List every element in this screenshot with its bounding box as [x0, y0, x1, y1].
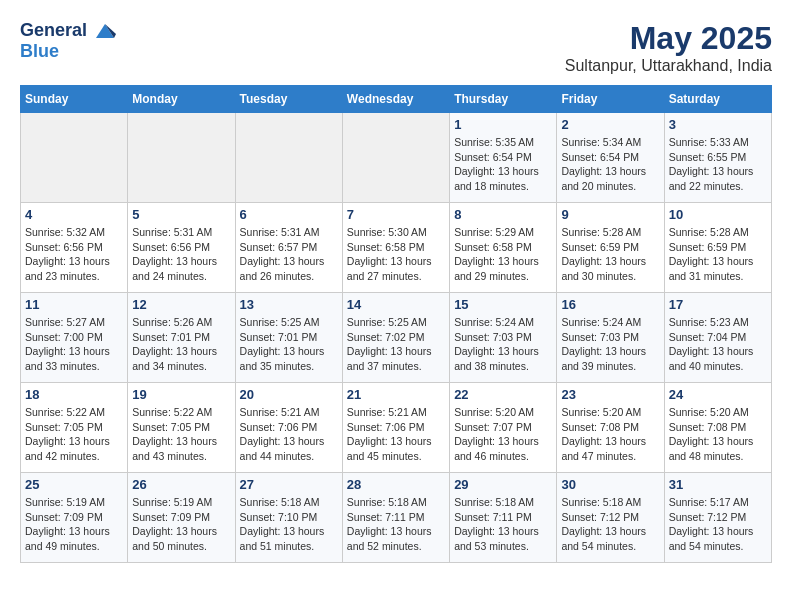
calendar-cell: 2Sunrise: 5:34 AM Sunset: 6:54 PM Daylig…	[557, 113, 664, 203]
calendar-cell: 3Sunrise: 5:33 AM Sunset: 6:55 PM Daylig…	[664, 113, 771, 203]
day-number: 20	[240, 387, 338, 402]
calendar-cell: 29Sunrise: 5:18 AM Sunset: 7:11 PM Dayli…	[450, 473, 557, 563]
day-number: 3	[669, 117, 767, 132]
day-info: Sunrise: 5:18 AM Sunset: 7:10 PM Dayligh…	[240, 495, 338, 554]
day-info: Sunrise: 5:19 AM Sunset: 7:09 PM Dayligh…	[132, 495, 230, 554]
logo: General Blue	[20, 20, 116, 62]
day-info: Sunrise: 5:20 AM Sunset: 7:07 PM Dayligh…	[454, 405, 552, 464]
day-number: 31	[669, 477, 767, 492]
calendar-header-row: SundayMondayTuesdayWednesdayThursdayFrid…	[21, 86, 772, 113]
day-number: 22	[454, 387, 552, 402]
day-info: Sunrise: 5:33 AM Sunset: 6:55 PM Dayligh…	[669, 135, 767, 194]
day-number: 15	[454, 297, 552, 312]
day-info: Sunrise: 5:24 AM Sunset: 7:03 PM Dayligh…	[561, 315, 659, 374]
day-info: Sunrise: 5:20 AM Sunset: 7:08 PM Dayligh…	[669, 405, 767, 464]
calendar-cell: 17Sunrise: 5:23 AM Sunset: 7:04 PM Dayli…	[664, 293, 771, 383]
page-header: General Blue May 2025 Sultanpur, Uttarak…	[20, 20, 772, 75]
calendar-cell: 18Sunrise: 5:22 AM Sunset: 7:05 PM Dayli…	[21, 383, 128, 473]
day-info: Sunrise: 5:23 AM Sunset: 7:04 PM Dayligh…	[669, 315, 767, 374]
calendar-cell: 16Sunrise: 5:24 AM Sunset: 7:03 PM Dayli…	[557, 293, 664, 383]
day-info: Sunrise: 5:22 AM Sunset: 7:05 PM Dayligh…	[132, 405, 230, 464]
day-info: Sunrise: 5:32 AM Sunset: 6:56 PM Dayligh…	[25, 225, 123, 284]
day-info: Sunrise: 5:29 AM Sunset: 6:58 PM Dayligh…	[454, 225, 552, 284]
day-number: 4	[25, 207, 123, 222]
calendar-week-row: 1Sunrise: 5:35 AM Sunset: 6:54 PM Daylig…	[21, 113, 772, 203]
logo-icon	[94, 20, 116, 42]
day-info: Sunrise: 5:28 AM Sunset: 6:59 PM Dayligh…	[669, 225, 767, 284]
day-info: Sunrise: 5:18 AM Sunset: 7:11 PM Dayligh…	[454, 495, 552, 554]
calendar-cell: 4Sunrise: 5:32 AM Sunset: 6:56 PM Daylig…	[21, 203, 128, 293]
weekday-header: Tuesday	[235, 86, 342, 113]
title-block: May 2025 Sultanpur, Uttarakhand, India	[565, 20, 772, 75]
day-info: Sunrise: 5:34 AM Sunset: 6:54 PM Dayligh…	[561, 135, 659, 194]
calendar-cell	[342, 113, 449, 203]
calendar-cell	[21, 113, 128, 203]
day-info: Sunrise: 5:26 AM Sunset: 7:01 PM Dayligh…	[132, 315, 230, 374]
logo-blue: Blue	[20, 42, 116, 62]
day-info: Sunrise: 5:19 AM Sunset: 7:09 PM Dayligh…	[25, 495, 123, 554]
day-number: 28	[347, 477, 445, 492]
day-info: Sunrise: 5:24 AM Sunset: 7:03 PM Dayligh…	[454, 315, 552, 374]
calendar-week-row: 18Sunrise: 5:22 AM Sunset: 7:05 PM Dayli…	[21, 383, 772, 473]
calendar-cell: 8Sunrise: 5:29 AM Sunset: 6:58 PM Daylig…	[450, 203, 557, 293]
calendar-cell: 9Sunrise: 5:28 AM Sunset: 6:59 PM Daylig…	[557, 203, 664, 293]
day-number: 30	[561, 477, 659, 492]
weekday-header: Thursday	[450, 86, 557, 113]
calendar-cell: 23Sunrise: 5:20 AM Sunset: 7:08 PM Dayli…	[557, 383, 664, 473]
day-number: 12	[132, 297, 230, 312]
day-info: Sunrise: 5:25 AM Sunset: 7:02 PM Dayligh…	[347, 315, 445, 374]
day-info: Sunrise: 5:21 AM Sunset: 7:06 PM Dayligh…	[347, 405, 445, 464]
day-info: Sunrise: 5:21 AM Sunset: 7:06 PM Dayligh…	[240, 405, 338, 464]
weekday-header: Friday	[557, 86, 664, 113]
day-number: 9	[561, 207, 659, 222]
weekday-header: Saturday	[664, 86, 771, 113]
day-number: 1	[454, 117, 552, 132]
calendar-cell: 22Sunrise: 5:20 AM Sunset: 7:07 PM Dayli…	[450, 383, 557, 473]
day-info: Sunrise: 5:35 AM Sunset: 6:54 PM Dayligh…	[454, 135, 552, 194]
calendar-week-row: 4Sunrise: 5:32 AM Sunset: 6:56 PM Daylig…	[21, 203, 772, 293]
day-info: Sunrise: 5:17 AM Sunset: 7:12 PM Dayligh…	[669, 495, 767, 554]
calendar-cell: 19Sunrise: 5:22 AM Sunset: 7:05 PM Dayli…	[128, 383, 235, 473]
calendar-cell: 7Sunrise: 5:30 AM Sunset: 6:58 PM Daylig…	[342, 203, 449, 293]
day-info: Sunrise: 5:27 AM Sunset: 7:00 PM Dayligh…	[25, 315, 123, 374]
calendar-table: SundayMondayTuesdayWednesdayThursdayFrid…	[20, 85, 772, 563]
day-number: 18	[25, 387, 123, 402]
calendar-cell: 31Sunrise: 5:17 AM Sunset: 7:12 PM Dayli…	[664, 473, 771, 563]
calendar-cell: 15Sunrise: 5:24 AM Sunset: 7:03 PM Dayli…	[450, 293, 557, 383]
calendar-cell: 26Sunrise: 5:19 AM Sunset: 7:09 PM Dayli…	[128, 473, 235, 563]
day-number: 27	[240, 477, 338, 492]
logo-text: General	[20, 20, 116, 42]
day-info: Sunrise: 5:25 AM Sunset: 7:01 PM Dayligh…	[240, 315, 338, 374]
calendar-cell: 5Sunrise: 5:31 AM Sunset: 6:56 PM Daylig…	[128, 203, 235, 293]
day-info: Sunrise: 5:31 AM Sunset: 6:57 PM Dayligh…	[240, 225, 338, 284]
day-number: 5	[132, 207, 230, 222]
calendar-cell: 1Sunrise: 5:35 AM Sunset: 6:54 PM Daylig…	[450, 113, 557, 203]
day-number: 26	[132, 477, 230, 492]
day-info: Sunrise: 5:30 AM Sunset: 6:58 PM Dayligh…	[347, 225, 445, 284]
day-info: Sunrise: 5:18 AM Sunset: 7:11 PM Dayligh…	[347, 495, 445, 554]
day-number: 6	[240, 207, 338, 222]
day-number: 7	[347, 207, 445, 222]
day-number: 14	[347, 297, 445, 312]
calendar-week-row: 11Sunrise: 5:27 AM Sunset: 7:00 PM Dayli…	[21, 293, 772, 383]
month-title: May 2025	[565, 20, 772, 57]
weekday-header: Sunday	[21, 86, 128, 113]
calendar-cell: 10Sunrise: 5:28 AM Sunset: 6:59 PM Dayli…	[664, 203, 771, 293]
calendar-cell: 27Sunrise: 5:18 AM Sunset: 7:10 PM Dayli…	[235, 473, 342, 563]
weekday-header: Monday	[128, 86, 235, 113]
calendar-week-row: 25Sunrise: 5:19 AM Sunset: 7:09 PM Dayli…	[21, 473, 772, 563]
calendar-cell: 6Sunrise: 5:31 AM Sunset: 6:57 PM Daylig…	[235, 203, 342, 293]
calendar-cell: 24Sunrise: 5:20 AM Sunset: 7:08 PM Dayli…	[664, 383, 771, 473]
day-number: 13	[240, 297, 338, 312]
location-title: Sultanpur, Uttarakhand, India	[565, 57, 772, 75]
day-number: 29	[454, 477, 552, 492]
day-number: 25	[25, 477, 123, 492]
calendar-cell	[128, 113, 235, 203]
day-number: 8	[454, 207, 552, 222]
calendar-cell: 11Sunrise: 5:27 AM Sunset: 7:00 PM Dayli…	[21, 293, 128, 383]
calendar-cell: 20Sunrise: 5:21 AM Sunset: 7:06 PM Dayli…	[235, 383, 342, 473]
calendar-cell: 25Sunrise: 5:19 AM Sunset: 7:09 PM Dayli…	[21, 473, 128, 563]
day-number: 24	[669, 387, 767, 402]
calendar-cell: 28Sunrise: 5:18 AM Sunset: 7:11 PM Dayli…	[342, 473, 449, 563]
calendar-cell: 30Sunrise: 5:18 AM Sunset: 7:12 PM Dayli…	[557, 473, 664, 563]
